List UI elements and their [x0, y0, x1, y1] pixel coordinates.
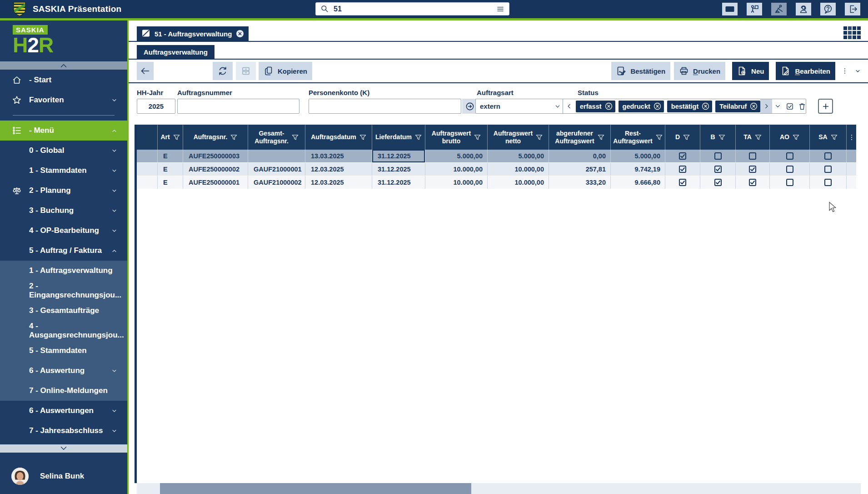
presentation-exit-button[interactable]	[747, 3, 762, 15]
chevron-down-icon[interactable]	[110, 227, 118, 235]
chevron-down-icon[interactable]	[110, 167, 118, 175]
personenkonto-input[interactable]	[309, 99, 461, 114]
sidebar-item-3-buchung[interactable]: 3 - Buchung	[0, 201, 127, 221]
sidebar-item-6-auswertung[interactable]: 6 - Auswertung	[0, 361, 127, 381]
search-input[interactable]	[333, 5, 493, 14]
menu-scroll-up[interactable]	[0, 61, 127, 70]
table-row-AUFE250000002[interactable]: EAUFE250000002GAUF2100000112.03.202531.1…	[137, 163, 856, 176]
help-button[interactable]	[820, 3, 836, 15]
cell-ta[interactable]	[736, 163, 770, 176]
column-header-auftragsdatum[interactable]: Auftragsdatum	[305, 125, 372, 150]
chevron-down-icon[interactable]	[110, 96, 118, 104]
checkbox-b[interactable]	[714, 152, 722, 160]
status-chip-gedruckt[interactable]: gedruckt	[619, 101, 664, 112]
filter-icon[interactable]	[173, 134, 180, 141]
filter-icon[interactable]	[359, 134, 366, 141]
status-dropdown-icon[interactable]	[774, 102, 782, 110]
column-header-auftragsnr[interactable]: Auftragsnr.	[183, 125, 248, 150]
sidebar-item-7-online-meldungen[interactable]: 7 - Online-Meldungen	[0, 381, 127, 401]
bearbeiten-button[interactable]: Bearbeiten	[776, 62, 835, 80]
bestätigen-button[interactable]: Bestätigen	[611, 62, 670, 80]
kopieren-button[interactable]: Kopieren	[259, 62, 312, 80]
cell-ao[interactable]	[770, 163, 810, 176]
status-chip-bestätigt[interactable]: bestätigt	[667, 101, 712, 112]
auftragsart-select[interactable]: extern	[475, 99, 566, 114]
cell-sa[interactable]	[810, 163, 847, 176]
chevron-down-icon[interactable]	[110, 187, 118, 195]
cell-ta[interactable]	[736, 150, 770, 162]
support-button[interactable]	[796, 3, 811, 15]
layout-grid-icon[interactable]	[843, 26, 861, 39]
cell-b[interactable]	[700, 150, 736, 162]
sidebar-item-2-eingangsrechnungsjou[interactable]: 2 - Eingangsrechnungsjou...	[0, 281, 127, 301]
column-header-b[interactable]: B	[700, 125, 736, 150]
auftragsnummer-input[interactable]	[177, 99, 299, 114]
cell-ta[interactable]	[736, 176, 770, 189]
cell-ao[interactable]	[770, 150, 810, 162]
cell-d[interactable]	[665, 150, 700, 162]
sidebar-item-2-planung[interactable]: 2 - Planung	[0, 181, 127, 201]
filter-icon[interactable]	[598, 134, 604, 141]
keyboard-button[interactable]	[722, 3, 738, 15]
chevron-down-icon[interactable]	[110, 147, 118, 155]
filter-icon[interactable]	[831, 134, 838, 141]
status-clear-icon[interactable]	[798, 102, 806, 111]
chevron-down-icon[interactable]	[110, 427, 118, 435]
column-header-menu[interactable]	[847, 125, 856, 150]
checkbox-sa[interactable]	[824, 166, 832, 173]
checkbox-ao[interactable]	[786, 166, 793, 173]
column-header-d[interactable]: D	[665, 125, 700, 150]
chip-remove-icon[interactable]	[605, 102, 613, 110]
column-header-ta[interactable]: TA	[736, 125, 770, 150]
checkbox-ta-checked[interactable]	[749, 166, 756, 173]
logout-button[interactable]	[845, 3, 860, 15]
checkbox-d-checked[interactable]	[679, 152, 686, 160]
sidebar-item-0-global[interactable]: 0 - Global	[0, 141, 127, 161]
checkbox-b-checked[interactable]	[714, 179, 722, 186]
back-button[interactable]	[137, 62, 154, 80]
chip-remove-icon[interactable]	[750, 102, 758, 110]
sidebar-item-4-ausgangsrechnungsjou[interactable]: 4 - Ausgangsrechnungsjou...	[0, 321, 127, 341]
cell-ao[interactable]	[770, 176, 810, 189]
table-row-AUFE250000001[interactable]: EAUFE250000001GAUF2100000212.03.202531.1…	[137, 176, 856, 189]
refresh-button[interactable]	[213, 62, 233, 80]
sidebar-item-5-stammdaten[interactable]: 5 - Stammdaten	[0, 341, 127, 361]
sidebar-item-start[interactable]: - Start	[0, 70, 127, 90]
horizontal-scrollbar[interactable]	[137, 483, 861, 494]
cell-d[interactable]	[665, 176, 700, 189]
sidebar-item-6-auswertungen[interactable]: 6 - Auswertungen	[0, 401, 127, 421]
sidebar-item-7-jahresabschluss[interactable]: 7 - Jahresabschluss	[0, 421, 127, 441]
chip-remove-icon[interactable]	[653, 102, 661, 110]
column-header-abgerufen[interactable]: abgerufener Auftragswert	[549, 125, 611, 150]
status-select-all-icon[interactable]	[786, 102, 794, 111]
tab-close-icon[interactable]	[236, 30, 244, 38]
archive-button[interactable]	[236, 62, 256, 80]
cell-b[interactable]	[700, 176, 736, 189]
filter-icon[interactable]	[718, 134, 725, 141]
hh-jahr-input[interactable]	[137, 99, 175, 114]
status-chip-teilabruf[interactable]: Teilabruf	[715, 101, 760, 112]
sidebar-item-favoriten[interactable]: Favoriten	[0, 90, 127, 110]
filter-icon[interactable]	[656, 134, 663, 141]
toolbar-overflow-icon[interactable]	[841, 67, 848, 75]
add-filter-button[interactable]	[818, 99, 833, 114]
sidebar-item-4-op-bearbeitung[interactable]: 4 - OP-Bearbeitung	[0, 221, 127, 241]
search-menu-icon[interactable]	[496, 5, 504, 13]
filter-icon[interactable]	[415, 134, 422, 141]
sidebar-item-3-gesamtaufträge[interactable]: 3 - Gesamtaufträge	[0, 301, 127, 321]
checkbox-ao[interactable]	[786, 152, 793, 160]
checkbox-d-checked[interactable]	[679, 166, 686, 173]
construction-mode-button[interactable]	[771, 3, 787, 15]
chevron-up-icon[interactable]	[110, 127, 118, 135]
chevron-down-icon[interactable]	[110, 367, 118, 375]
filter-icon[interactable]	[683, 134, 690, 141]
cell-sa[interactable]	[810, 176, 847, 189]
chevron-down-icon[interactable]	[110, 407, 118, 415]
drucken-button[interactable]: Drucken	[674, 62, 725, 80]
horizontal-scrollbar-thumb[interactable]	[160, 483, 471, 494]
column-header-lieferdatum[interactable]: Lieferdatum	[372, 125, 425, 150]
status-scroll-right[interactable]	[760, 99, 772, 113]
user-profile[interactable]: Selina Bunk	[11, 468, 84, 485]
filter-icon[interactable]	[230, 134, 237, 141]
filter-icon[interactable]	[536, 134, 543, 141]
